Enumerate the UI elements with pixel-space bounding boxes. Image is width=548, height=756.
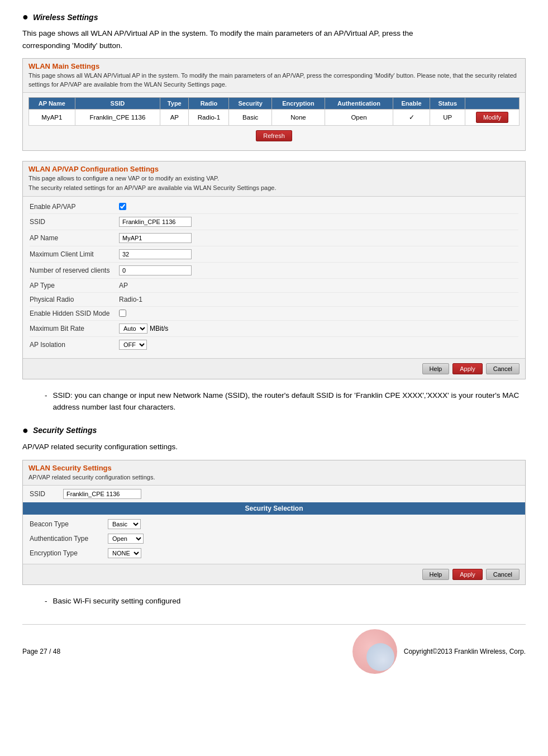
refresh-button[interactable]: Refresh bbox=[256, 130, 292, 141]
wireless-settings-title: ● Wireless Settings bbox=[22, 11, 526, 23]
security-bullet-dot: ● bbox=[22, 425, 28, 436]
label-auth-type: Authentication Type bbox=[30, 535, 108, 543]
label-ap-name: AP Name bbox=[30, 234, 119, 242]
select-encryption-type[interactable]: NONE WEP bbox=[108, 548, 141, 558]
cell-security: Basic bbox=[229, 109, 271, 125]
wlan-ap-vap-desc1: This page allows to configure a new VAP … bbox=[28, 174, 520, 183]
security-ssid-row: SSID bbox=[23, 486, 525, 502]
label-ap-type: AP Type bbox=[30, 282, 119, 289]
ap-vap-config-form: Enable AP/VAP SSID AP Name Maximum Clien… bbox=[23, 197, 525, 358]
basic-dash-char: - bbox=[45, 595, 47, 607]
cell-encryption: None bbox=[271, 109, 325, 125]
security-ssid-input[interactable] bbox=[63, 489, 141, 499]
apply-button-apvap[interactable]: Apply bbox=[452, 363, 483, 374]
col-ap-name: AP Name bbox=[29, 97, 75, 109]
ssid-dash-item: - SSID: you can change or input new Netw… bbox=[45, 389, 526, 413]
field-ap-isolation: AP Isolation OFF ON bbox=[30, 337, 518, 353]
page-footer: Page 27 / 48 Copyright©2013 Franklin Wir… bbox=[22, 624, 526, 674]
dash-char: - bbox=[45, 389, 47, 413]
col-enable: Enable bbox=[393, 97, 430, 109]
field-max-client: Maximum Client Limit bbox=[30, 246, 518, 263]
wlan-security-header: WLAN Security Settings AP/VAP related se… bbox=[23, 460, 525, 486]
input-ap-name[interactable] bbox=[119, 233, 192, 243]
apply-button-security[interactable]: Apply bbox=[452, 569, 483, 580]
col-action bbox=[465, 97, 520, 109]
cell-status: UP bbox=[430, 109, 465, 125]
field-encryption-type: Encryption Type NONE WEP bbox=[30, 546, 518, 560]
cell-radio: Radio-1 bbox=[189, 109, 229, 125]
wlan-security-title: WLAN Security Settings bbox=[28, 464, 520, 472]
label-reserved-clients: Number of reserved clients bbox=[30, 267, 119, 274]
col-encryption: Encryption bbox=[271, 97, 325, 109]
cancel-button-apvap[interactable]: Cancel bbox=[486, 363, 520, 374]
security-form: Beacon Type Basic WPA WPA2 Authenticatio… bbox=[23, 515, 525, 564]
wireless-settings-section: ● Wireless Settings This page shows all … bbox=[22, 11, 526, 413]
field-beacon-type: Beacon Type Basic WPA WPA2 bbox=[30, 517, 518, 531]
label-physical-radio: Physical Radio bbox=[30, 296, 119, 303]
security-settings-label: Security Settings bbox=[33, 426, 97, 435]
wireless-settings-desc: This page shows all WLAN AP/Virtual AP i… bbox=[22, 27, 526, 51]
help-button-apvap[interactable]: Help bbox=[422, 363, 450, 374]
field-max-bit-rate: Maximum Bit Rate Auto MBit/s bbox=[30, 321, 518, 337]
help-button-security[interactable]: Help bbox=[422, 569, 450, 580]
ap-vap-action-row: Help Apply Cancel bbox=[23, 358, 525, 379]
security-ssid-label: SSID bbox=[30, 490, 63, 498]
label-max-bit-rate: Maximum Bit Rate bbox=[30, 325, 119, 332]
table-row: MyAP1 Franklin_CPE 1136 AP Radio-1 Basic… bbox=[29, 109, 520, 125]
field-ap-name: AP Name bbox=[30, 230, 518, 246]
wlan-ap-vap-title: WLAN AP/VAP Configuration Settings bbox=[28, 165, 520, 173]
col-status: Status bbox=[430, 97, 465, 109]
field-physical-radio: Physical Radio Radio-1 bbox=[30, 293, 518, 307]
refresh-row: Refresh bbox=[28, 126, 520, 146]
wlan-security-desc: AP/VAP related security configuration se… bbox=[28, 473, 520, 482]
security-settings-section: ● Security Settings AP/VAP related secur… bbox=[22, 425, 526, 607]
select-auth-type[interactable]: Open Shared bbox=[108, 534, 144, 544]
col-authentication: Authentication bbox=[325, 97, 393, 109]
label-hidden-ssid: Enable Hidden SSID Mode bbox=[30, 310, 119, 317]
col-ssid: SSID bbox=[75, 97, 160, 109]
bullet-dot: ● bbox=[22, 11, 28, 23]
wlan-main-body: AP Name SSID Type Radio Security Encrypt… bbox=[23, 93, 525, 150]
basic-dash-text: Basic Wi-Fi security setting configured bbox=[53, 595, 181, 607]
wlan-security-panel: WLAN Security Settings AP/VAP related se… bbox=[22, 460, 526, 585]
value-physical-radio: Radio-1 bbox=[119, 296, 142, 303]
input-reserved-clients[interactable] bbox=[119, 265, 192, 275]
modify-button[interactable]: Modify bbox=[476, 112, 508, 123]
label-encryption-type: Encryption Type bbox=[30, 549, 108, 557]
label-ssid: SSID bbox=[30, 218, 119, 226]
wlan-main-table: AP Name SSID Type Radio Security Encrypt… bbox=[28, 97, 520, 126]
select-ap-isolation[interactable]: OFF ON bbox=[119, 340, 147, 350]
checkbox-hidden-ssid[interactable] bbox=[119, 310, 126, 317]
label-enable-apvap: Enable AP/VAP bbox=[30, 203, 119, 211]
select-max-bit-rate[interactable]: Auto bbox=[119, 324, 147, 334]
table-header-row: AP Name SSID Type Radio Security Encrypt… bbox=[29, 97, 520, 109]
col-type: Type bbox=[160, 97, 189, 109]
wlan-main-title: WLAN Main Settings bbox=[28, 62, 520, 70]
ssid-dash-text: SSID: you can change or input new Networ… bbox=[53, 389, 526, 413]
copyright-text: Copyright©2013 Franklin Wireless, Corp. bbox=[404, 648, 526, 655]
cell-ap-name: MyAP1 bbox=[29, 109, 75, 125]
wlan-ap-vap-header: WLAN AP/VAP Configuration Settings This … bbox=[23, 161, 525, 197]
value-ap-type: AP bbox=[119, 282, 128, 289]
cell-action[interactable]: Modify bbox=[465, 109, 520, 125]
unit-mbit: MBit/s bbox=[150, 325, 168, 332]
wlan-ap-vap-desc2: The security related settings for an AP/… bbox=[28, 184, 520, 192]
field-reserved-clients: Number of reserved clients bbox=[30, 263, 518, 279]
cell-type: AP bbox=[160, 109, 189, 125]
checkbox-enable-apvap[interactable] bbox=[119, 203, 126, 210]
security-selection-header: Security Selection bbox=[23, 502, 525, 515]
input-ssid[interactable] bbox=[119, 217, 192, 227]
security-settings-title: ● Security Settings bbox=[22, 425, 526, 436]
wlan-ap-vap-panel: WLAN AP/VAP Configuration Settings This … bbox=[22, 161, 526, 379]
cancel-button-security[interactable]: Cancel bbox=[486, 569, 520, 580]
label-max-client: Maximum Client Limit bbox=[30, 250, 119, 258]
wlan-main-desc: This page shows all WLAN AP/Virtual AP i… bbox=[28, 72, 520, 89]
wlan-main-panel: WLAN Main Settings This page shows all W… bbox=[22, 58, 526, 151]
security-settings-desc: AP/VAP related security configuration se… bbox=[22, 441, 526, 453]
input-max-client[interactable] bbox=[119, 249, 192, 259]
cell-enable: ✓ bbox=[393, 109, 430, 125]
cell-authentication: Open bbox=[325, 109, 393, 125]
select-beacon-type[interactable]: Basic WPA WPA2 bbox=[108, 519, 141, 529]
label-beacon-type: Beacon Type bbox=[30, 520, 108, 528]
field-ap-type: AP Type AP bbox=[30, 279, 518, 293]
